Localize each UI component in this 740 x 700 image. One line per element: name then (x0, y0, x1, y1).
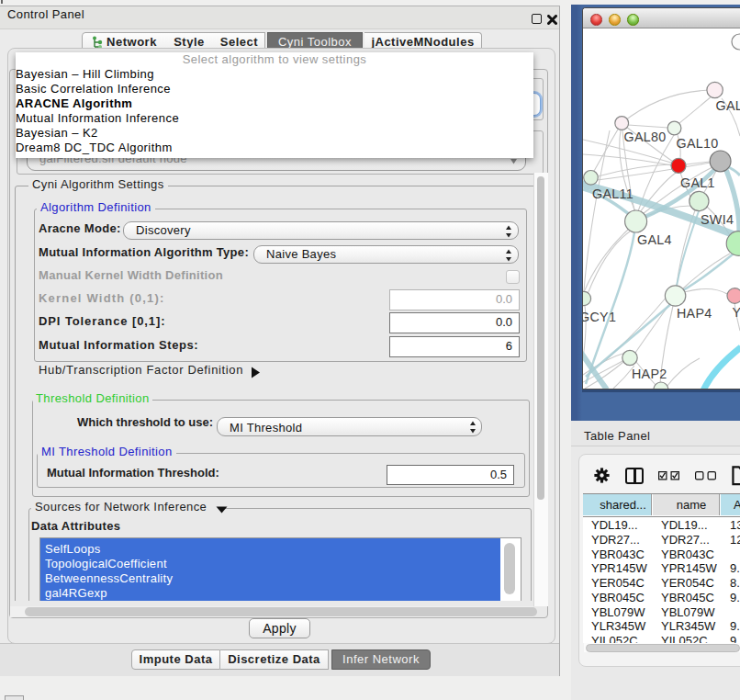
svg-text:GAL4: GAL4 (637, 232, 672, 247)
svg-text:GAL2: GAL2 (716, 98, 740, 113)
svg-text:GAL10: GAL10 (677, 136, 719, 151)
svg-text:GCY1: GCY1 (582, 310, 616, 324)
svg-text:GAL1: GAL1 (680, 175, 715, 190)
svg-text:SWI4: SWI4 (701, 212, 734, 227)
svg-text:HAP2: HAP2 (632, 367, 667, 381)
svg-text:HAP4: HAP4 (677, 306, 712, 321)
svg-text:YL: YL (733, 305, 740, 320)
svg-text:GAL80: GAL80 (624, 130, 667, 144)
svg-text:GAL11: GAL11 (592, 186, 633, 201)
